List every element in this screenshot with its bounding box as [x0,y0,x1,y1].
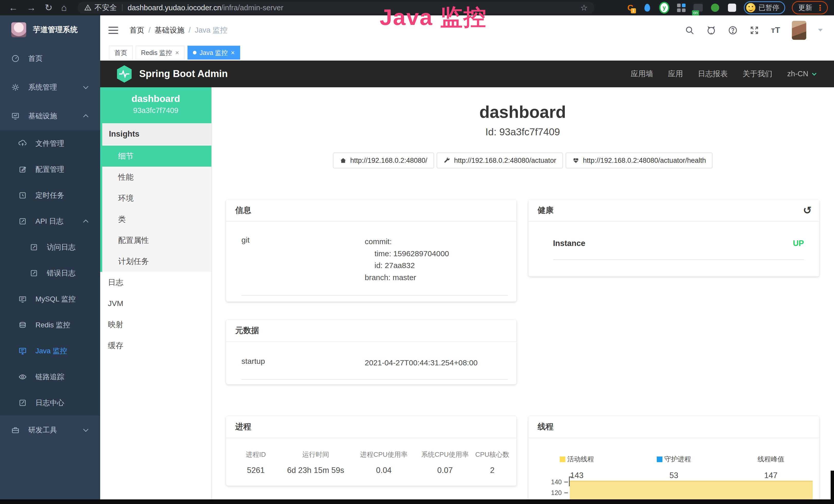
sba-menu-classes[interactable]: 类 [102,209,212,230]
breadcrumb-infra[interactable]: 基础设施 [155,25,184,36]
bookmark-star-icon[interactable]: ☆ [580,3,588,13]
sba-menu-caches[interactable]: 缓存 [100,335,212,356]
actuator-url-button[interactable]: http://192.168.0.2:48080/actuator [437,153,563,168]
insights-section-title[interactable]: Insights [102,123,212,145]
sba-menu-config-props[interactable]: 配置属性 [102,230,212,251]
extension-colorzilla-icon[interactable]: C1 [625,3,635,13]
sidebar-item-dev-tools[interactable]: 研发工具 [0,416,100,444]
close-icon[interactable]: × [175,49,179,57]
edit-square-icon [19,165,27,174]
gear-icon [11,83,20,91]
metadata-card: 元数据 startup 2021-04-27T00:44:31.254+08:0… [226,320,517,384]
process-header-cpus: CPU核心数 [474,450,510,459]
sba-menu-logs[interactable]: 日志 [100,272,212,293]
heartbeat-icon [572,157,579,164]
history-icon[interactable]: ↺ [803,205,812,216]
sidebar-item-java-monitor[interactable]: Java 监控 [0,338,100,364]
fullscreen-icon[interactable] [749,25,759,35]
window-right-edge [831,471,834,504]
sidebar-item-api-log[interactable]: API 日志 [0,208,100,234]
threads-card-title: 线程 [528,416,819,438]
java-monitor-icon [19,347,27,355]
user-avatar[interactable] [792,21,806,40]
sidebar-item-error-log[interactable]: 错误日志 [0,260,100,286]
sidebar-item-mysql-monitor[interactable]: MySQL 监控 [0,286,100,312]
sba-language-select[interactable]: zh-CN [787,70,817,78]
sba-menu-details[interactable]: 细节 [102,145,212,167]
sidebar-item-scheduled-jobs[interactable]: 定时任务 [0,182,100,208]
sba-menu-metrics[interactable]: 性能 [102,167,212,188]
info-git-label: git [241,236,365,283]
update-button[interactable]: 更新 ⋮ [792,1,828,15]
github-icon[interactable] [706,25,716,35]
breadcrumb-home[interactable]: 首页 [129,25,144,36]
process-card: 进程 进程ID 运行时间 进程CPU使用率 系统CPU使用率 CPU核心数 52… [226,416,517,486]
reload-icon[interactable]: ↻ [45,0,52,16]
help-icon[interactable] [728,25,738,35]
sba-menu-mappings[interactable]: 映射 [100,314,212,335]
extension-grid-icon[interactable] [676,3,686,13]
warning-icon [84,4,91,11]
sidebar-item-access-log[interactable]: 访问日志 [0,234,100,260]
sba-nav-wallboard[interactable]: 应用墙 [631,69,653,79]
active-dot [193,51,197,54]
sba-nav-about[interactable]: 关于我们 [743,69,772,79]
sba-navbar: Spring Boot Admin 应用墙 应用 日志报表 关于我们 zh-CN [100,60,834,87]
app-logo-row[interactable]: 芋道管理系统 [0,16,100,44]
browser-menu-icon[interactable]: ⋮ [816,3,824,12]
back-icon[interactable]: ← [9,0,18,16]
log-center-icon [19,399,27,407]
sba-menu-jvm[interactable]: JVM [100,293,212,314]
extension-green-icon[interactable] [710,3,720,13]
sidebar-item-file-manage[interactable]: 文件管理 [0,131,100,156]
toolbox-icon [11,426,20,434]
instance-header[interactable]: dashboard 93a3fc7f7409 [100,87,212,123]
tag-tab-bar: 首页 Redis 监控 × Java 监控 × [100,45,834,61]
tab-java-monitor[interactable]: Java 监控 × [188,46,240,60]
sba-instance-sidebar: dashboard 93a3fc7f7409 Insights 细节 性能 环境… [100,87,212,504]
health-url-button[interactable]: http://192.168.0.2:48080/actuator/health [566,153,713,168]
eye-icon [19,373,27,381]
home-icon [339,157,347,164]
app-sidebar: 芋道管理系统 首页 系统管理 基础设施 文件管理 配置管理 定时任务 API 日… [0,16,100,499]
forward-icon[interactable]: → [27,0,36,16]
chevron-down-icon [82,426,90,434]
service-url-button[interactable]: http://192.168.0.2:48080/ [333,153,434,168]
extension-puzzle-icon[interactable] [727,3,737,13]
sidebar-item-home[interactable]: 首页 [0,44,100,73]
y-tick-140: 140 [539,478,562,486]
threads-card: 线程 活动线程 143 守护进程 53 线程峰值 147 140 120 100 [528,416,819,504]
sba-menu-scheduled-tasks[interactable]: 计划任务 [102,251,212,272]
process-value-pid: 5261 [232,466,280,475]
sba-menu-environment[interactable]: 环境 [102,188,212,209]
sidebar-item-redis-monitor[interactable]: Redis 监控 [0,312,100,338]
address-bar[interactable]: 不安全 dashboard.yudao.iocoder.cn/infra/adm… [78,2,594,14]
tab-redis-monitor[interactable]: Redis 监控 × [136,46,184,60]
extension-pin-icon[interactable] [642,3,652,13]
tab-home[interactable]: 首页 [109,46,133,60]
sidebar-item-infra[interactable]: 基础设施 [0,102,100,131]
avatar-caret-icon[interactable] [818,29,823,31]
process-header-process-cpu: 进程CPU使用率 [352,450,416,459]
extension-y-icon[interactable]: y [659,3,670,13]
hamburger-icon[interactable] [108,27,118,34]
font-size-icon[interactable]: тT [771,25,780,35]
sidebar-item-system[interactable]: 系统管理 [0,73,100,102]
sba-nav-journal[interactable]: 日志报表 [698,69,728,79]
divider [122,4,123,11]
process-header-uptime: 运行时间 [280,450,352,459]
redis-monitor-icon [19,321,27,329]
sidebar-item-log-center[interactable]: 日志中心 [0,390,100,416]
browser-home-icon[interactable]: ⌂ [61,0,67,16]
legend-live-swatch [560,457,565,462]
sba-nav-applications[interactable]: 应用 [668,69,683,79]
chevron-down-icon [811,71,817,77]
instance-links: http://192.168.0.2:48080/ http://192.168… [212,153,834,168]
sidebar-item-trace[interactable]: 链路追踪 [0,364,100,390]
close-icon[interactable]: × [231,49,235,57]
extension-on-switch-icon[interactable]: on [693,3,703,13]
sba-brand[interactable]: Spring Boot Admin [116,65,228,83]
search-icon[interactable] [685,25,695,35]
profile-paused-chip[interactable]: 已暂停 [744,1,785,14]
sidebar-item-config-manage[interactable]: 配置管理 [0,156,100,182]
